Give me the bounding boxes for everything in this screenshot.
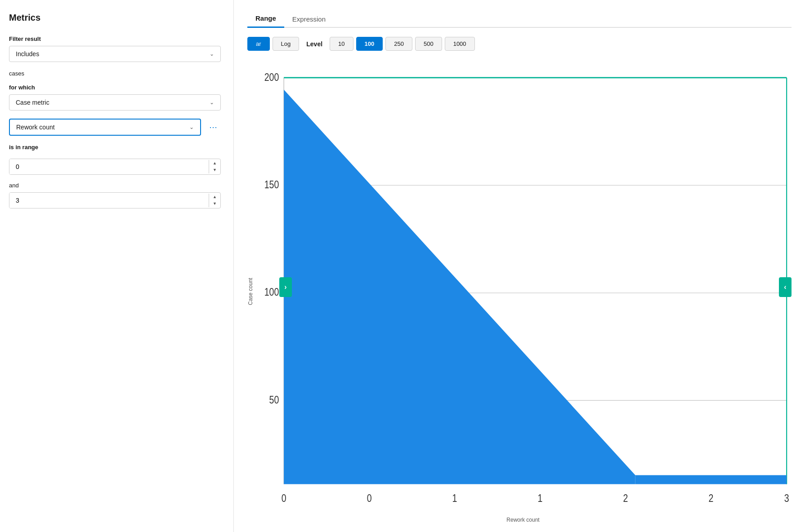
svg-marker-8: [284, 90, 635, 484]
svg-text:150: 150: [264, 178, 279, 191]
level-250-button[interactable]: 250: [385, 37, 412, 51]
range-max-down-button[interactable]: ▼: [209, 200, 220, 207]
range-min-up-button[interactable]: ▲: [209, 160, 220, 167]
tab-range[interactable]: Range: [247, 10, 284, 28]
svg-text:0: 0: [282, 492, 286, 504]
range-min-spinners: ▲ ▼: [209, 160, 220, 173]
svg-text:50: 50: [269, 394, 279, 406]
left-range-handle[interactable]: ›: [279, 277, 292, 297]
filter-result-dropdown[interactable]: Includes ⌄: [9, 46, 221, 62]
svg-text:100: 100: [264, 286, 279, 298]
chevron-down-icon: ⌄: [210, 51, 214, 57]
range-max-spinners: ▲ ▼: [209, 194, 220, 207]
svg-text:200: 200: [264, 71, 279, 83]
range-min-down-button[interactable]: ▼: [209, 167, 220, 173]
more-options-button[interactable]: ⋯: [206, 120, 221, 134]
right-arrow-icon: ›: [284, 283, 286, 291]
level-100-button[interactable]: 100: [356, 37, 383, 51]
range-max-input[interactable]: [9, 193, 209, 208]
filter-result-label: Filter result: [9, 35, 221, 42]
svg-text:2: 2: [623, 492, 628, 504]
chevron-down-icon-2: ⌄: [210, 99, 214, 106]
rework-count-dropdown[interactable]: Rework count ⌄: [9, 119, 201, 136]
metric-row: Rework count ⌄ ⋯: [9, 119, 221, 136]
level-10-button[interactable]: 10: [330, 37, 353, 51]
scale-log-button[interactable]: Log: [273, 37, 300, 51]
svg-text:2: 2: [708, 492, 713, 504]
svg-text:0: 0: [367, 492, 372, 504]
left-panel: Metrics Filter result Includes ⌄ cases f…: [0, 0, 234, 532]
svg-rect-9: [635, 475, 787, 484]
and-label: and: [9, 182, 221, 189]
for-which-label: for which: [9, 84, 221, 91]
range-min-input[interactable]: [9, 159, 209, 174]
case-metric-dropdown[interactable]: Case metric ⌄: [9, 94, 221, 111]
tab-expression[interactable]: Expression: [284, 11, 334, 27]
page-title: Metrics: [9, 13, 221, 23]
chart-svg-area: 200 150 100 50 0 0 1 1 2 2 3: [255, 60, 792, 514]
right-range-handle[interactable]: ‹: [779, 277, 792, 297]
chart-container: Case count: [247, 60, 792, 523]
level-label: Level: [306, 40, 322, 48]
chart-y-label: Case count: [247, 60, 254, 523]
level-1000-button[interactable]: 1000: [445, 37, 475, 51]
is-in-range-label: is in range: [9, 144, 221, 151]
scale-ar-button[interactable]: ar: [247, 37, 270, 51]
svg-text:1: 1: [538, 492, 543, 504]
case-metric-value: Case metric: [16, 99, 49, 106]
chart-x-label: Rework count: [255, 517, 792, 523]
right-panel: Range Expression ar Log Level 10 100 250…: [234, 0, 805, 532]
range-max-input-wrapper: ▲ ▼: [9, 192, 221, 208]
rework-count-value: Rework count: [16, 124, 55, 131]
range-max-up-button[interactable]: ▲: [209, 194, 220, 200]
controls-row: ar Log Level 10 100 250 500 1000: [247, 37, 792, 51]
filter-result-value: Includes: [16, 50, 39, 58]
tabs-row: Range Expression: [247, 9, 792, 28]
range-min-input-wrapper: ▲ ▼: [9, 159, 221, 175]
level-500-button[interactable]: 500: [415, 37, 442, 51]
svg-text:3: 3: [784, 492, 789, 504]
cases-text: cases: [9, 70, 221, 77]
chart-svg: 200 150 100 50 0 0 1 1 2 2 3: [255, 60, 792, 514]
svg-text:1: 1: [452, 492, 457, 504]
chevron-down-icon-3: ⌄: [189, 124, 194, 130]
chart-inner: 200 150 100 50 0 0 1 1 2 2 3: [255, 60, 792, 523]
left-arrow-icon: ‹: [784, 283, 786, 291]
